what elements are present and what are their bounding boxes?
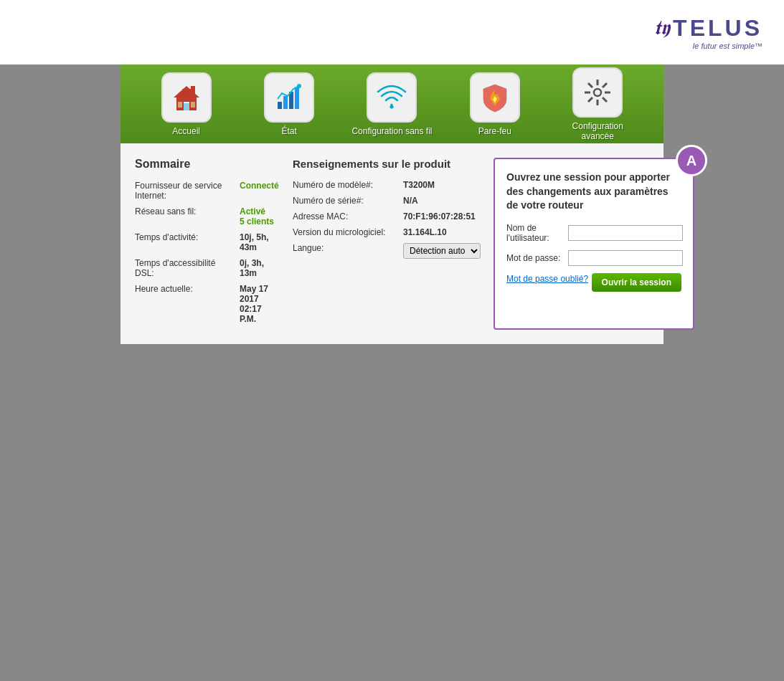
svg-rect-6 [278, 102, 282, 109]
sidebar-item-accueil[interactable]: Accueil [143, 72, 230, 136]
info-row-uptime: Temps d'activité: 10j, 5h, 43m [135, 232, 278, 252]
product-row-langue: Langue: Détection auto [293, 243, 479, 259]
navbar: Accueil État Configuratio [121, 65, 663, 143]
product-value-mac: 70:F1:96:07:28:51 [403, 211, 476, 222]
svg-rect-7 [283, 96, 288, 109]
etat-icon-box [264, 72, 314, 123]
product-info-panel: Renseignements sur le produit Numéro de … [293, 158, 479, 330]
sidebar-item-config-sans-fil[interactable]: Configuration sans fil [349, 72, 435, 136]
config-sans-fil-label: Configuration sans fil [351, 126, 432, 136]
product-value-serial: N/A [403, 196, 418, 206]
password-row: Mot de passe: [506, 250, 681, 266]
product-value-model: T3200M [403, 180, 435, 190]
sidebar-item-config-avancee[interactable]: Configuration avancée [554, 67, 641, 141]
svg-line-18 [603, 97, 607, 102]
wifi-icon [376, 82, 407, 113]
header: 𝖙𝖞 TELUS le futur est simple™ [0, 0, 784, 65]
sommaire-title: Sommaire [135, 158, 278, 171]
telus-logo: 𝖙𝖞 TELUS le futur est simple™ [654, 15, 762, 50]
svg-rect-1 [182, 89, 191, 96]
info-label-uptime: Temps d'activité: [135, 232, 235, 252]
info-row-time: Heure actuelle: May 17 2017 02:17 P.M. [135, 284, 278, 324]
product-label-model: Numéro de modèle#: [293, 180, 400, 190]
info-value-uptime: 10j, 5h, 43m [240, 232, 278, 252]
etat-label: État [281, 126, 296, 136]
info-row-dsl: Temps d'accessibilité DSL: 0j, 3h, 13m [135, 258, 278, 278]
username-row: Nom de l'utilisateur: [506, 223, 681, 243]
avatar: A [676, 145, 707, 176]
svg-rect-3 [178, 102, 182, 108]
tools-icon-box [572, 67, 623, 118]
product-info-title: Renseignements sur le produit [293, 158, 479, 170]
sidebar-item-etat[interactable]: État [246, 72, 332, 136]
product-label-mac: Adresse MAC: [293, 211, 400, 222]
svg-line-17 [588, 83, 592, 87]
username-input[interactable] [568, 225, 683, 241]
login-panel: A Ouvrez une session pour apporter des c… [493, 158, 694, 330]
product-row-model: Numéro de modèle#: T3200M [293, 180, 479, 190]
home-icon [171, 82, 202, 113]
product-row-serial: Numéro de série#: N/A [293, 196, 479, 206]
telus-logo-text: TELUS [673, 15, 762, 42]
forgot-password-link[interactable]: Mot de passe oublié? [506, 274, 588, 284]
svg-point-12 [594, 89, 601, 96]
password-input[interactable] [568, 250, 683, 266]
accueil-icon-box [161, 72, 212, 123]
svg-rect-2 [191, 86, 195, 93]
config-avancee-label: Configuration avancée [554, 121, 641, 141]
product-label-langue: Langue: [293, 243, 400, 259]
username-label: Nom de l'utilisateur: [506, 223, 564, 243]
info-value-wifi: Activé5 clients [240, 206, 274, 227]
accueil-label: Accueil [172, 126, 200, 136]
svg-line-19 [603, 83, 607, 87]
pare-feu-label: Pare-feu [478, 126, 511, 136]
login-title: Ouvrez une session pour apporter des cha… [506, 171, 681, 213]
info-label-internet: Fournisseur de service Internet: [135, 181, 235, 201]
sidebar-item-pare-feu[interactable]: Pare-feu [452, 72, 538, 136]
sommaire-panel: Sommaire Fournisseur de service Internet… [135, 158, 278, 330]
main-content: Sommaire Fournisseur de service Internet… [121, 143, 663, 344]
password-label: Mot de passe: [506, 253, 564, 263]
info-row-wifi: Réseau sans fil: Activé5 clients [135, 206, 278, 227]
info-label-dsl: Temps d'accessibilité DSL: [135, 258, 235, 278]
product-label-firmware: Version du micrologiciel: [293, 227, 400, 237]
info-label-time: Heure actuelle: [135, 284, 235, 324]
tools-icon [582, 77, 613, 108]
svg-line-20 [588, 97, 592, 102]
info-value-time: May 17 2017 02:17 P.M. [240, 284, 278, 324]
langue-select[interactable]: Détection auto [403, 243, 481, 259]
info-value-internet: Connecté [240, 181, 279, 201]
info-value-dsl: 0j, 3h, 13m [240, 258, 278, 278]
svg-rect-5 [184, 103, 189, 110]
firewall-icon [479, 82, 511, 113]
svg-point-11 [390, 105, 394, 108]
login-bottom-row: Mot de passe oublié? Ouvrir la session [506, 273, 681, 292]
product-row-firmware: Version du micrologiciel: 31.164L.10 [293, 227, 479, 237]
svg-point-10 [297, 84, 301, 88]
login-button[interactable]: Ouvrir la session [592, 273, 681, 292]
product-row-mac: Adresse MAC: 70:F1:96:07:28:51 [293, 211, 479, 222]
product-value-firmware: 31.164L.10 [403, 227, 447, 237]
svg-rect-9 [295, 87, 299, 109]
product-label-serial: Numéro de série#: [293, 196, 400, 206]
telus-logo-script: 𝖙𝖞 [654, 16, 670, 40]
firewall-icon-box [470, 72, 520, 123]
info-label-wifi: Réseau sans fil: [135, 206, 235, 227]
chart-icon [273, 82, 305, 113]
wifi-icon-box [367, 72, 417, 123]
svg-rect-4 [191, 102, 195, 108]
info-row-internet: Fournisseur de service Internet: Connect… [135, 181, 278, 201]
telus-tagline: le futur est simple™ [693, 42, 762, 50]
